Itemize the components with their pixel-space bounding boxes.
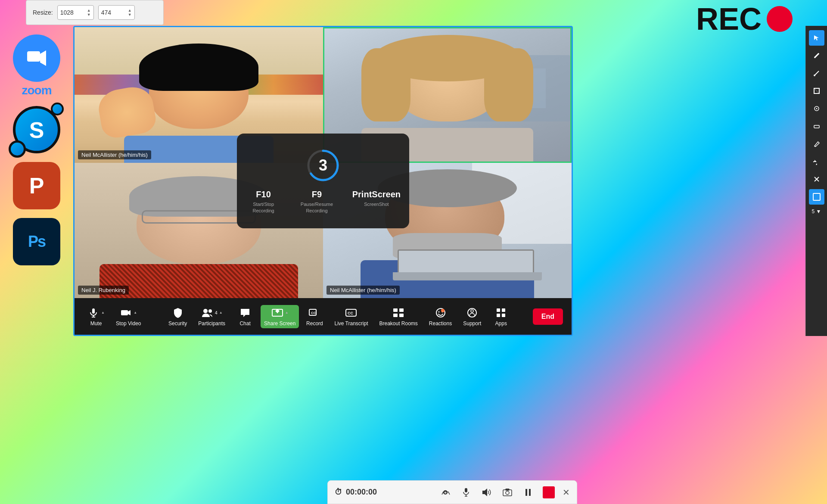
rec-close-btn[interactable]: ✕: [563, 487, 570, 498]
live-transcript-label: Live Transcript: [334, 320, 368, 327]
countdown-shortcuts: F10 Start/Stop Recording F9 Pause/Resume…: [246, 190, 401, 214]
resize-height-input[interactable]: 474 ▲ ▼: [98, 5, 135, 20]
zoom-app-icon[interactable]: [13, 34, 60, 82]
recording-bar: ⏱ 00:00:00: [327, 480, 577, 504]
security-label: Security: [168, 320, 187, 327]
svg-point-11: [208, 309, 212, 313]
participant-label-br: Neil McAllister (he/him/his): [326, 286, 400, 295]
svg-point-42: [816, 108, 817, 109]
countdown-number: 3: [319, 156, 327, 174]
volume-ctrl-btn[interactable]: [480, 485, 494, 499]
svg-rect-35: [502, 314, 505, 317]
screenshot-ctrl-btn[interactable]: [501, 485, 514, 499]
share-screen-chevron: ▲: [285, 311, 289, 314]
pause-ctrl-btn[interactable]: [521, 485, 535, 499]
reactions-button[interactable]: + Reactions: [425, 304, 456, 329]
countdown-overlay: 3 F10 Start/Stop Recording F9 Pause/Resu…: [237, 134, 409, 228]
shapes-tool[interactable]: [809, 83, 824, 99]
breakout-rooms-label: Breakout Rooms: [379, 320, 417, 327]
svg-text:CC: CC: [348, 311, 353, 315]
participant-label-bl: Neil J. Rubenking: [78, 286, 129, 295]
end-button[interactable]: End: [533, 308, 563, 325]
security-icon: [172, 307, 184, 319]
mic-ctrl-btn[interactable]: [459, 485, 473, 499]
zoom-app-group[interactable]: zoom: [13, 34, 60, 97]
breakout-rooms-icon: [392, 307, 404, 319]
chat-label: Chat: [239, 320, 250, 327]
size-indicator[interactable]: 5 ▼: [812, 208, 821, 215]
highlighter-tool[interactable]: [809, 136, 824, 152]
rec-indicator: REC: [696, 3, 793, 34]
svg-text:CC: CC: [311, 311, 316, 315]
line-tool[interactable]: [809, 65, 824, 81]
svg-rect-54: [503, 490, 512, 496]
support-button[interactable]: Support: [459, 304, 485, 329]
record-icon: CC: [308, 307, 320, 319]
share-screen-button[interactable]: ▲ Share Screen: [261, 305, 299, 328]
camera-ctrl-btn[interactable]: [438, 485, 452, 499]
record-button[interactable]: CC Record: [302, 304, 327, 329]
skype-app-icon[interactable]: S: [13, 106, 60, 153]
toolbar-left: ▲ Mute ▲ Stop Video: [83, 304, 146, 329]
stop-video-button[interactable]: ▲ Stop Video: [112, 304, 146, 329]
svg-text:S: S: [29, 118, 44, 143]
reactions-icon: +: [435, 307, 447, 319]
delete-tool[interactable]: [809, 171, 824, 187]
apps-icon: [495, 307, 507, 319]
resize-width-input[interactable]: 1028 ▲ ▼: [57, 5, 94, 20]
live-transcript-button[interactable]: CC Live Transcript: [330, 304, 372, 329]
color-tool[interactable]: [809, 189, 824, 205]
toolbar-right: End: [533, 308, 563, 325]
zoom-window: Neil McAllister (he/him/his): [73, 26, 573, 336]
pencil-tool[interactable]: [809, 48, 824, 63]
shortcut-f10: F10 Start/Stop Recording: [246, 190, 281, 214]
svg-rect-56: [506, 489, 509, 490]
countdown-circle: 3: [306, 148, 340, 183]
undo-tool[interactable]: [809, 154, 824, 169]
rec-controls: ✕: [438, 485, 570, 499]
shortcut-f9: F9 Pause/Resume Recording: [294, 190, 339, 214]
svg-rect-57: [525, 489, 527, 496]
svg-marker-45: [815, 160, 817, 162]
svg-rect-33: [502, 308, 505, 312]
svg-rect-5: [92, 308, 95, 314]
mic-icon: [87, 307, 99, 319]
apps-label: Apps: [495, 320, 507, 327]
reactions-label: Reactions: [429, 320, 452, 327]
powerpoint-app-icon[interactable]: P: [13, 162, 60, 209]
toolbar: ▲ Mute ▲ Stop Video: [75, 298, 572, 335]
lasso-tool[interactable]: [809, 101, 824, 116]
participant-label-tl: Neil McAllister (he/him/his): [78, 150, 151, 159]
svg-line-37: [815, 71, 819, 75]
share-screen-icon: [271, 307, 283, 319]
photoshop-app-icon[interactable]: Ps: [13, 218, 60, 265]
participants-button[interactable]: 4 ▲ Participants: [194, 304, 230, 329]
participants-icon: [201, 307, 213, 319]
svg-rect-24: [399, 314, 404, 317]
svg-marker-36: [814, 35, 819, 40]
mute-chevron: ▲: [101, 311, 105, 314]
apps-button[interactable]: Apps: [488, 304, 514, 329]
stop-video-label: Stop Video: [116, 320, 141, 327]
cursor-tool[interactable]: [809, 30, 824, 46]
mute-label: Mute: [90, 320, 102, 327]
zoom-label: zoom: [22, 84, 51, 97]
record-label: Record: [306, 320, 323, 327]
svg-rect-34: [497, 314, 500, 317]
svg-point-26: [438, 311, 439, 312]
security-button[interactable]: Security: [164, 304, 191, 329]
mute-button[interactable]: ▲ Mute: [83, 304, 109, 329]
stop-video-chevron: ▲: [134, 311, 137, 314]
cc-icon: CC: [345, 307, 357, 319]
breakout-rooms-button[interactable]: Breakout Rooms: [375, 304, 422, 329]
chat-icon: [239, 307, 251, 319]
svg-rect-23: [393, 314, 398, 317]
timer-icon: ⏱: [335, 488, 342, 497]
svg-rect-50: [465, 488, 467, 492]
eraser-tool[interactable]: [809, 118, 824, 134]
rec-dot: [767, 6, 793, 32]
stop-ctrl-btn[interactable]: [542, 485, 556, 499]
timer-display: 00:00:00: [346, 488, 377, 497]
chat-button[interactable]: Chat: [232, 304, 258, 329]
camera-icon: [120, 307, 132, 319]
